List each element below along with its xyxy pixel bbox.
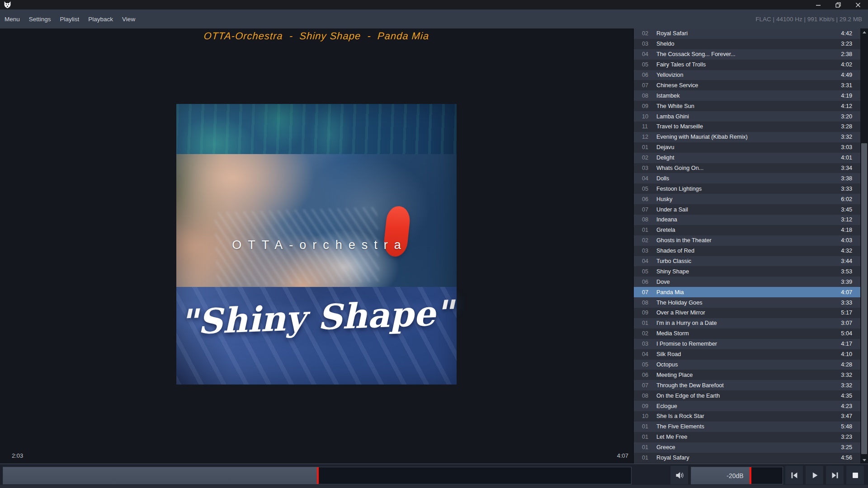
track-title: I'm in a Hurry on a Date [656,320,841,326]
mute-button[interactable] [670,466,688,484]
track-row[interactable]: 02 Delight 4:01 [634,153,868,163]
menu-item-view[interactable]: View [118,16,140,23]
track-row[interactable]: 10 She Is a Rock Star 3:47 [634,411,868,422]
track-title: Panda Mia [656,289,841,296]
track-number: 10 [634,413,656,419]
play-icon [810,470,820,480]
previous-track-button[interactable] [785,466,803,484]
track-row[interactable]: 02 Media Storm 5:04 [634,328,868,339]
track-duration: 4:42 [841,30,860,37]
track-row[interactable]: 06 Husky 6:02 [634,194,868,204]
track-row[interactable]: 01 Let Me Free 3:23 [634,432,868,442]
track-row[interactable]: 07 Chinese Service 3:31 [634,80,868,90]
scroll-down-button[interactable] [860,456,868,464]
track-number: 01 [634,227,656,233]
track-number: 09 [634,310,656,316]
volume-slider[interactable]: -20dB [691,467,783,484]
track-row[interactable]: 07 Under a Sail 3:45 [634,204,868,215]
menu-item-playback[interactable]: Playback [84,16,118,23]
title-bar [0,0,868,9]
track-row[interactable]: 04 Silk Road 4:10 [634,349,868,360]
track-row[interactable]: 12 Evening with Mauriat (Kibab Remix) 3:… [634,132,868,142]
track-row[interactable]: 10 Lamba Ghini 3:20 [634,111,868,122]
track-row[interactable]: 07 Panda Mia 4:07 [634,287,868,297]
track-title: Greece [656,444,841,450]
track-row[interactable]: 01 I'm in a Hurry on a Date 3:07 [634,318,868,328]
track-row[interactable]: 03 I Promise to Remember 4:17 [634,339,868,349]
track-row[interactable]: 01 Royal Safary 4:56 [634,453,868,463]
track-row[interactable]: 07 Through the Dew Barefoot 3:32 [634,380,868,390]
track-row[interactable]: 05 Festoon Lightings 3:33 [634,183,868,194]
track-number: 06 [634,196,656,202]
play-button[interactable] [806,466,823,484]
playlist-scrollbar[interactable] [860,28,868,464]
track-row[interactable]: 02 Ghosts in the Theater 4:03 [634,235,868,246]
track-duration: 3:34 [841,165,860,171]
track-title: Dove [656,279,841,285]
track-number: 07 [634,289,656,296]
track-row[interactable]: 08 The Holiday Goes 3:33 [634,297,868,308]
track-title: Husky [656,196,841,202]
track-duration: 6:02 [841,196,860,202]
track-title: Shiny Shape [656,268,841,275]
track-row[interactable]: 01 The Five Elements 5:48 [634,422,868,432]
track-duration: 4:01 [841,155,860,161]
track-row[interactable]: 03 Whats Going On... 3:34 [634,163,868,174]
track-row[interactable]: 03 Sheldo 3:23 [634,39,868,49]
track-title: Silk Road [656,351,841,357]
seek-bar[interactable] [3,467,632,484]
track-duration: 4:12 [841,103,860,109]
track-row[interactable]: 06 Meeting Place 3:32 [634,370,868,380]
track-title: Shades of Red [656,248,841,254]
seek-handle[interactable] [317,467,319,484]
track-duration: 3:47 [841,413,860,419]
album-art-aurora-band [176,104,457,154]
track-row[interactable]: 06 Yellovizion 4:49 [634,70,868,80]
track-duration: 3:39 [841,279,860,285]
track-row[interactable]: 03 Shades of Red 4:32 [634,246,868,256]
progress-fill [3,467,318,484]
track-row[interactable]: 02 Royal Safari 4:42 [634,28,868,39]
restore-icon [835,2,841,8]
track-row[interactable]: 08 Istambek 4:19 [634,90,868,101]
track-row[interactable]: 05 Fairy Tales of Trolls 4:02 [634,60,868,70]
track-title: Festoon Lightings [656,186,841,192]
track-row[interactable]: 01 Dejavu 3:03 [634,142,868,153]
track-row[interactable]: 08 Indeana 3:12 [634,215,868,225]
track-row[interactable]: 06 Dove 3:39 [634,277,868,287]
restore-button[interactable] [828,0,848,9]
track-duration: 3:53 [841,268,860,275]
scroll-up-button[interactable] [860,28,868,36]
track-row[interactable]: 09 The White Sun 4:12 [634,101,868,111]
scrollbar-thumb[interactable] [861,143,867,454]
stop-button[interactable] [846,466,864,484]
track-row[interactable]: 04 Turbo Classic 3:44 [634,256,868,267]
track-row[interactable]: 04 Dolls 3:38 [634,173,868,183]
volume-handle[interactable] [750,467,751,484]
track-number: 01 [634,444,656,450]
next-track-button[interactable] [826,466,844,484]
track-number: 07 [634,206,656,213]
menu-item-playlist[interactable]: Playlist [56,16,84,23]
track-duration: 4:28 [841,361,860,368]
chevron-down-icon [863,459,866,461]
track-row[interactable]: 11 Travel to Marseille 3:28 [634,122,868,132]
track-row[interactable]: 04 The Cossack Song... Forever... 2:38 [634,49,868,60]
menu-item-settings[interactable]: Settings [24,16,56,23]
track-row[interactable]: 05 Shiny Shape 3:53 [634,266,868,277]
menu-item-menu[interactable]: Menu [0,16,24,23]
menu-bar: Menu Settings Playlist Playback View FLA… [0,9,868,28]
track-title: Ghosts in the Theater [656,237,841,244]
track-duration: 3:31 [841,82,860,89]
close-button[interactable] [848,0,868,9]
track-row[interactable]: 01 Gretela 4:18 [634,225,868,235]
minimize-button[interactable] [808,0,828,9]
track-number: 12 [634,134,656,140]
track-row[interactable]: 01 Greece 3:25 [634,442,868,453]
track-duration: 4:19 [841,93,860,99]
track-row[interactable]: 09 Eclogue 4:23 [634,401,868,411]
track-duration: 4:32 [841,248,860,254]
track-row[interactable]: 09 Over a River Mirror 5:17 [634,308,868,318]
track-row[interactable]: 05 Octopus 4:28 [634,360,868,370]
track-row[interactable]: 08 On the Edge of the Earth 4:35 [634,390,868,401]
